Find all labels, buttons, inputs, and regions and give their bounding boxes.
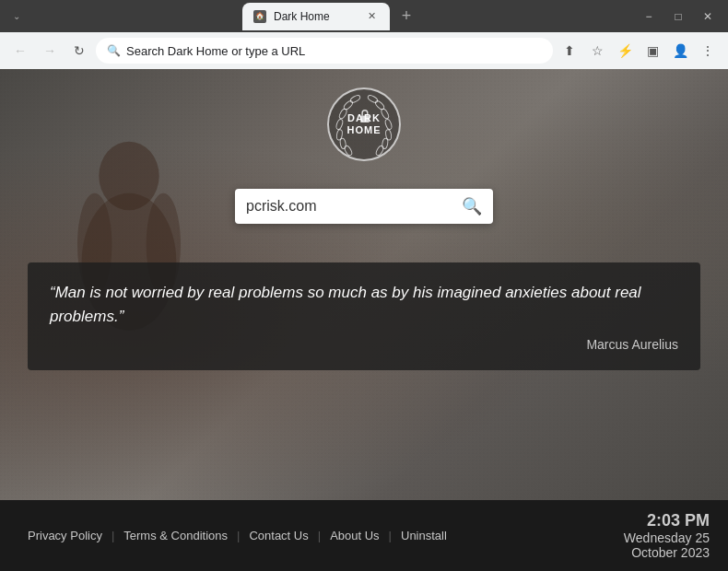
footer-time: 2:03 PM xyxy=(624,511,710,530)
menu-button[interactable]: ⋮ xyxy=(695,38,721,64)
search-box[interactable]: pcrisk.com 🔍 xyxy=(235,189,493,224)
extensions-button[interactable]: ⚡ xyxy=(612,38,638,64)
logo-circle: DARK HOME xyxy=(327,87,401,161)
minimize-button[interactable]: − xyxy=(636,4,662,29)
title-bar: ⌄ 🏠 Dark Home ✕ + − □ ✕ xyxy=(0,0,728,32)
tab-title: Dark Home xyxy=(274,10,357,23)
footer-link-uninstall[interactable]: Uninstall xyxy=(392,529,456,542)
svg-point-10 xyxy=(344,145,354,157)
footer-link-about-us[interactable]: About Us xyxy=(321,529,388,542)
footer-link-privacy-policy[interactable]: Privacy Policy xyxy=(18,529,112,542)
svg-point-7 xyxy=(349,94,361,104)
share-button[interactable]: ⬆ xyxy=(557,38,582,64)
svg-point-13 xyxy=(374,99,385,111)
reload-button[interactable]: ↻ xyxy=(66,38,92,64)
footer-link-terms-conditions[interactable]: Terms & Conditions xyxy=(114,529,237,542)
footer-datetime: 2:03 PM Wednesday 25 October 2023 xyxy=(624,511,710,560)
quote-box: “Man is not worried by real problems so … xyxy=(28,262,700,370)
browser-tab[interactable]: 🏠 Dark Home ✕ xyxy=(242,3,390,30)
svg-point-6 xyxy=(343,99,354,111)
toolbar: ← → ↻ 🔍 Search Dark Home or type a URL ⬆… xyxy=(0,32,728,69)
close-window-button[interactable]: ✕ xyxy=(695,4,721,29)
search-submit-icon[interactable]: 🔍 xyxy=(462,196,482,216)
profile-button[interactable]: 👤 xyxy=(667,38,693,64)
quote-text: “Man is not worried by real problems so … xyxy=(50,281,678,328)
svg-point-4 xyxy=(335,119,344,131)
logo-laurel-svg xyxy=(329,89,399,159)
tab-close-button[interactable]: ✕ xyxy=(364,9,379,24)
svg-rect-18 xyxy=(360,116,370,123)
address-search-icon: 🔍 xyxy=(107,44,121,57)
page-content: DARK HOME pcrisk.com 🔍 “Man is not worri… xyxy=(0,69,728,500)
search-input[interactable]: pcrisk.com xyxy=(246,198,454,215)
footer-date: Wednesday 25 October 2023 xyxy=(624,530,710,560)
svg-point-11 xyxy=(384,119,393,131)
footer-link-contact-us[interactable]: Contact Us xyxy=(240,529,317,542)
collapse-tabs-icon[interactable]: ⌄ xyxy=(7,7,26,26)
back-button[interactable]: ← xyxy=(7,38,33,64)
address-bar[interactable]: 🔍 Search Dark Home or type a URL xyxy=(96,38,553,64)
footer-links: Privacy Policy | Terms & Conditions | Co… xyxy=(18,529,624,542)
svg-point-17 xyxy=(375,145,385,157)
logo-container: DARK HOME xyxy=(327,87,401,161)
svg-point-9 xyxy=(339,138,346,149)
svg-point-14 xyxy=(367,94,379,104)
split-view-button[interactable]: ▣ xyxy=(640,38,665,64)
maximize-button[interactable]: □ xyxy=(665,4,691,29)
search-container: pcrisk.com 🔍 xyxy=(235,189,493,224)
svg-point-16 xyxy=(382,138,389,149)
footer: Privacy Policy | Terms & Conditions | Co… xyxy=(0,500,728,571)
toolbar-actions: ⬆ ☆ ⚡ ▣ 👤 ⋮ xyxy=(557,38,721,64)
quote-author: Marcus Aurelius xyxy=(50,337,678,352)
forward-button[interactable]: → xyxy=(37,38,63,64)
address-text: Search Dark Home or type a URL xyxy=(126,44,542,58)
window-controls: − □ ✕ xyxy=(636,4,721,29)
bookmark-button[interactable]: ☆ xyxy=(584,38,610,64)
new-tab-button[interactable]: + xyxy=(393,4,419,29)
tab-favicon: 🏠 xyxy=(253,10,266,23)
